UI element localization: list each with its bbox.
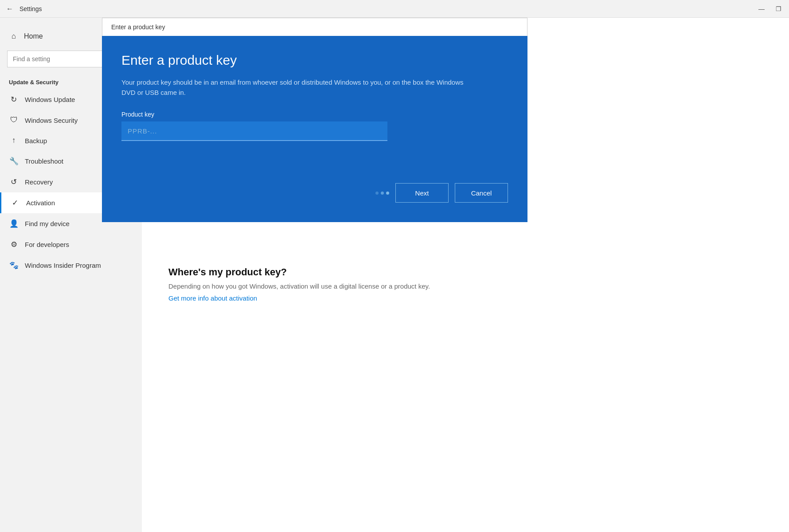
dialog-field-label: Product key bbox=[121, 111, 508, 118]
product-key-input[interactable] bbox=[121, 121, 387, 141]
cancel-button[interactable]: Cancel bbox=[455, 183, 508, 203]
sidebar-home-label: Home bbox=[24, 32, 43, 40]
dialog-footer: Next Cancel bbox=[121, 170, 508, 203]
spinner-dot-3 bbox=[386, 192, 389, 195]
windows-insider-icon: 🐾 bbox=[9, 261, 19, 270]
dialog-main-title: Enter a product key bbox=[121, 53, 508, 68]
windows-security-icon: 🛡 bbox=[9, 116, 19, 125]
windows-update-icon: ↻ bbox=[9, 95, 19, 104]
product-key-link[interactable]: Get more info about activation bbox=[168, 294, 257, 302]
loading-spinner bbox=[375, 192, 389, 195]
spinner-dot-1 bbox=[375, 192, 379, 195]
sidebar-item-windows-insider[interactable]: 🐾 Windows Insider Program bbox=[0, 255, 142, 276]
activation-icon: ✓ bbox=[10, 198, 20, 207]
product-key-section: Where's my product key? Depending on how… bbox=[168, 266, 762, 302]
sidebar-item-for-developers[interactable]: ⚙ For developers bbox=[0, 234, 142, 255]
sidebar-item-label: For developers bbox=[25, 241, 69, 248]
spinner-dot-2 bbox=[381, 192, 384, 195]
home-icon: ⌂ bbox=[9, 32, 19, 41]
restore-button[interactable]: ❐ bbox=[774, 5, 783, 12]
sidebar-item-label: Backup bbox=[25, 137, 47, 145]
back-button[interactable]: ← bbox=[6, 5, 13, 13]
dialog-body: Enter a product key Your product key sho… bbox=[102, 36, 527, 222]
dialog-titlebar: Enter a product key bbox=[102, 18, 527, 36]
window-controls: — ❐ bbox=[757, 5, 783, 12]
minimize-button[interactable]: — bbox=[757, 5, 766, 12]
troubleshoot-icon: 🔧 bbox=[9, 156, 19, 166]
sidebar-item-label: Windows Insider Program bbox=[25, 262, 101, 269]
recovery-icon: ↺ bbox=[9, 177, 19, 187]
titlebar: ← Settings — ❐ bbox=[0, 0, 789, 18]
product-key-dialog: Enter a product key Enter a product key … bbox=[102, 18, 527, 222]
sidebar-item-label: Windows Security bbox=[25, 117, 78, 124]
product-key-desc: Depending on how you got Windows, activa… bbox=[168, 282, 532, 290]
sidebar-item-label: Find my device bbox=[25, 220, 70, 227]
sidebar-item-label: Troubleshoot bbox=[25, 157, 63, 165]
find-my-device-icon: 👤 bbox=[9, 219, 19, 228]
product-key-title: Where's my product key? bbox=[168, 266, 762, 278]
next-button[interactable]: Next bbox=[395, 183, 449, 203]
titlebar-title: Settings bbox=[20, 5, 42, 12]
sidebar-item-label: Windows Update bbox=[25, 96, 75, 103]
backup-icon: ↑ bbox=[9, 136, 19, 145]
sidebar-item-label: Recovery bbox=[25, 178, 53, 186]
dialog-description: Your product key should be in an email f… bbox=[121, 78, 467, 98]
for-developers-icon: ⚙ bbox=[9, 240, 19, 249]
sidebar-item-label: Activation bbox=[26, 199, 55, 207]
